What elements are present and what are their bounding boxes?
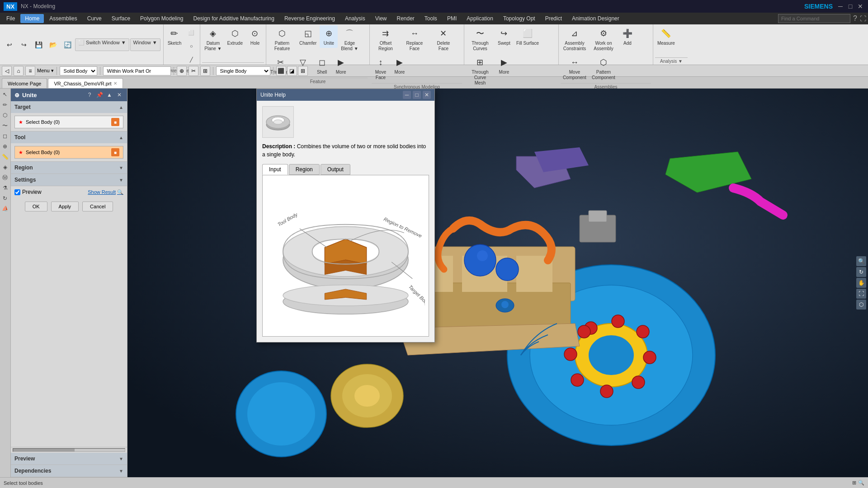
tab-welcome[interactable]: Welcome Page — [2, 78, 47, 88]
tb2-view3[interactable]: ⊞ — [298, 66, 308, 76]
feature-more-button[interactable]: ▶ More — [332, 54, 350, 77]
menu-home[interactable]: Home — [20, 14, 44, 23]
menu-polygon[interactable]: Polygon Modeling — [136, 14, 188, 23]
settings-section-header[interactable]: Settings ▼ — [11, 174, 127, 186]
move-component-button[interactable]: ↔ Move Component — [561, 54, 589, 82]
tab-chassis-close[interactable]: ✕ — [113, 81, 117, 86]
vp-rotate-icon[interactable]: ↻ — [856, 267, 866, 277]
menu-tools[interactable]: Tools — [420, 14, 442, 23]
menu-pmi[interactable]: PMI — [443, 14, 461, 23]
offset-region-button[interactable]: ⇉ Offset Region — [372, 25, 400, 53]
sketch-circle-button[interactable]: ○ — [184, 40, 198, 52]
panel-collapse-button[interactable]: ▲ — [105, 91, 113, 99]
status-zoom-icon[interactable]: 🔍 — [858, 480, 864, 486]
switch-window-button[interactable]: ⬜ Switch Window ▼ — [75, 38, 129, 51]
help-dialog-close[interactable]: ✕ — [423, 91, 431, 99]
help-tab-output[interactable]: Output — [321, 164, 350, 175]
save-button[interactable]: 💾 — [32, 38, 45, 51]
through-curve-mesh-button[interactable]: ⊞ Through Curve Mesh — [466, 54, 494, 88]
lt-sketch-icon[interactable]: ✏ — [0, 100, 10, 110]
menu-assemblies[interactable]: Assemblies — [45, 14, 81, 23]
lt-motion-icon[interactable]: ↻ — [0, 193, 10, 203]
single-body-select[interactable]: Single Body — [216, 66, 270, 75]
lt-sim-icon[interactable]: ⚗ — [0, 183, 10, 193]
pattern-component-button[interactable]: ⬡ Pattern Component — [590, 54, 618, 82]
help-tab-region[interactable]: Region — [289, 164, 320, 175]
unite-button[interactable]: ⊕ Unite — [320, 25, 338, 48]
expand-icon[interactable]: ⛶ — [860, 15, 866, 22]
solid-body-select[interactable]: Solid Body — [60, 66, 97, 75]
lt-measure-icon[interactable]: 📏 — [0, 152, 10, 162]
dependencies-section-header[interactable]: Dependencies ▼ — [11, 465, 127, 477]
surface-more-button[interactable]: ▶ More — [495, 54, 513, 77]
vp-orient-icon[interactable]: ⬡ — [856, 300, 866, 310]
tb2-view1[interactable]: ⬛ — [276, 66, 286, 76]
panel-help-button[interactable]: ? — [85, 91, 94, 99]
replace-face-button[interactable]: ↔ Replace Face — [401, 25, 429, 53]
panel-pin-button[interactable]: 📌 — [95, 91, 104, 99]
status-grid-icon[interactable]: ⊞ — [852, 480, 856, 486]
add-button[interactable]: ➕ Add — [618, 25, 637, 48]
tb2-snap-button[interactable]: ⊕ — [177, 66, 187, 76]
minimize-button[interactable]: ─ — [836, 2, 844, 10]
menu-view[interactable]: View — [371, 14, 392, 23]
target-select-body-button[interactable]: ★ Select Body (0) ■ — [14, 116, 123, 128]
viewport[interactable]: 🔍 ↻ ✋ ⛶ ⬡ Unite Help ─ □ ✕ — [127, 89, 868, 477]
find-command-input[interactable] — [778, 14, 850, 23]
lt-curve-icon[interactable]: 〜 — [0, 121, 10, 131]
measure-button[interactable]: 📏 Measure — [655, 25, 677, 48]
vp-fit-icon[interactable]: ⛶ — [856, 289, 866, 299]
move-face-button[interactable]: ↕ MoveFace — [372, 54, 390, 82]
lt-surface-icon[interactable]: ◻ — [0, 131, 10, 141]
window-menu-button[interactable]: Window ▼ — [130, 38, 160, 51]
preview-bottom-header[interactable]: Preview ▼ — [11, 453, 127, 465]
swept-button[interactable]: ↪ Swept — [495, 25, 513, 48]
assembly-constraints-button[interactable]: ⊿ Assembly Constraints — [561, 25, 589, 53]
refresh-button[interactable]: 🔄 — [61, 38, 74, 51]
tb2-view2[interactable]: ◪ — [287, 66, 297, 76]
help-icon[interactable]: ? — [853, 14, 857, 23]
preview-label[interactable]: Preview — [14, 189, 42, 195]
tb2-menu-button[interactable]: ≡ — [25, 66, 35, 76]
maximize-button[interactable]: □ — [846, 2, 854, 10]
shell-button[interactable]: ◻ Shell — [313, 54, 331, 77]
tb2-grid-button[interactable]: ⊞ — [200, 66, 210, 76]
sync-more-button[interactable]: ▶ More — [391, 54, 409, 77]
extrude-button[interactable]: ⬡ Extrude — [225, 25, 245, 48]
undo-button[interactable]: ↩ — [3, 38, 16, 51]
through-curves-button[interactable]: 〜 Through Curves — [466, 25, 494, 53]
tb2-cut-button[interactable]: ✂ — [189, 66, 198, 76]
fill-surface-button[interactable]: ⬜ Fill Surface — [514, 25, 541, 48]
vp-pan-icon[interactable]: ✋ — [856, 278, 866, 288]
menu-additive[interactable]: Design for Additive Manufacturing — [189, 14, 279, 23]
edge-blend-button[interactable]: ⌒ EdgeBlend ▼ — [339, 25, 360, 53]
ok-button[interactable]: OK — [25, 202, 47, 211]
lt-feature-icon[interactable]: ⬡ — [0, 110, 10, 120]
menu-animation[interactable]: Animation Designer — [567, 14, 624, 23]
help-dialog-minimize[interactable]: ─ — [403, 91, 411, 99]
target-section-header[interactable]: Target ▲ — [11, 101, 127, 113]
hole-button[interactable]: ⊙ Hole — [246, 25, 264, 48]
lt-pmi-icon[interactable]: Ⓜ — [0, 173, 10, 183]
datum-plane-button[interactable]: ◈ DatumPlane ▼ — [202, 25, 224, 53]
vp-zoom-icon[interactable]: 🔍 — [856, 256, 866, 266]
panel-close-button[interactable]: ✕ — [115, 91, 123, 99]
close-button[interactable]: ✕ — [856, 2, 864, 10]
lt-ship-icon[interactable]: ⛵ — [0, 204, 10, 214]
menu-analysis[interactable]: Analysis — [340, 14, 370, 23]
help-tab-input[interactable]: Input — [262, 164, 288, 175]
chamfer-button[interactable]: ◱ Chamfer — [297, 25, 319, 48]
apply-button[interactable]: Apply — [51, 202, 79, 211]
menu-render[interactable]: Render — [392, 14, 419, 23]
sketch-button[interactable]: ✏ Sketch — [165, 25, 184, 48]
region-section-header[interactable]: Region ▼ — [11, 162, 127, 174]
tb2-back-button[interactable]: ◁ — [2, 66, 12, 76]
cancel-button[interactable]: Cancel — [82, 202, 113, 211]
menu-surface[interactable]: Surface — [107, 14, 135, 23]
work-on-assembly-button[interactable]: ⚙ Work on Assembly — [590, 25, 618, 53]
show-result-button[interactable]: Show Result 🔍 — [88, 189, 123, 195]
help-dialog-restore[interactable]: □ — [413, 91, 421, 99]
menu-curve[interactable]: Curve — [83, 14, 106, 23]
tab-chassis[interactable]: VR_Chassis_DemoVR.prt ✕ — [48, 78, 123, 88]
tool-select-body-button[interactable]: ★ Select Body (0) ■ — [14, 146, 123, 159]
